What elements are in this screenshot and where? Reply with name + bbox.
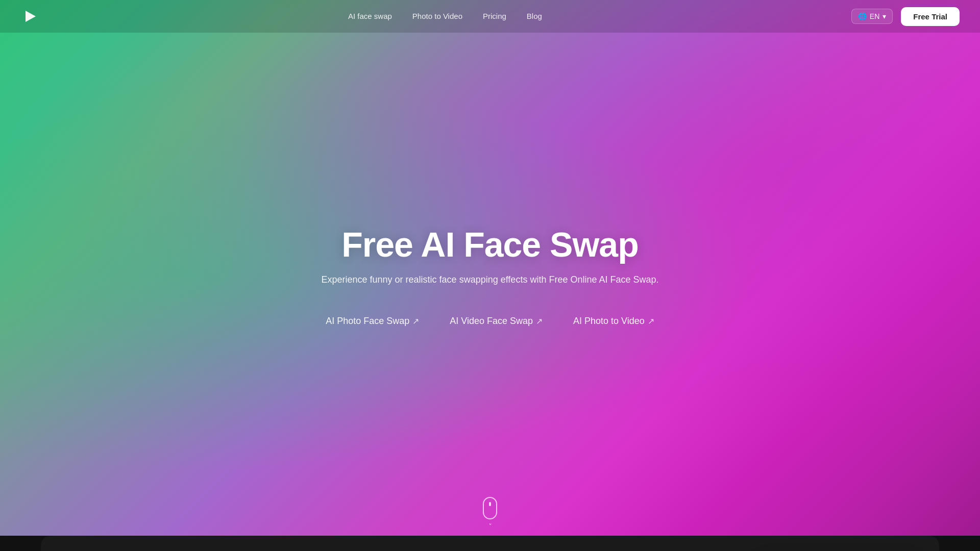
logo[interactable] bbox=[20, 7, 39, 26]
nav-pricing[interactable]: Pricing bbox=[483, 12, 506, 20]
hero-links: AI Photo Face Swap ↗ AI Video Face Swap … bbox=[322, 316, 659, 327]
chevron-down-icon: ▾ bbox=[883, 12, 886, 20]
scroll-mouse bbox=[483, 497, 497, 519]
nav-photo-to-video[interactable]: Photo to Video bbox=[412, 12, 462, 20]
language-button[interactable]: 🌐 EN ▾ bbox=[851, 9, 893, 24]
scroll-dot bbox=[489, 502, 491, 506]
lang-code: EN bbox=[870, 12, 879, 20]
scroll-chevron-icon: ˅ bbox=[488, 522, 492, 531]
globe-icon: 🌐 bbox=[858, 12, 867, 20]
content-section: AI Face Swap Our online AI Face Swap too… bbox=[41, 536, 939, 551]
nav-links: AI face swap Photo to Video Pricing Blog bbox=[348, 12, 542, 21]
navbar: AI face swap Photo to Video Pricing Blog… bbox=[0, 0, 980, 33]
nav-blog[interactable]: Blog bbox=[527, 12, 542, 20]
hero-link-photo-label: AI Photo Face Swap bbox=[326, 316, 409, 327]
hero-link-photo-face-swap[interactable]: AI Photo Face Swap ↗ bbox=[326, 316, 419, 327]
free-trial-button[interactable]: Free Trial bbox=[901, 7, 960, 26]
hero-content: Free AI Face Swap Experience funny or re… bbox=[311, 224, 669, 327]
hero-title: Free AI Face Swap bbox=[322, 224, 659, 264]
arrow-icon-p2v: ↗ bbox=[648, 316, 654, 326]
nav-ai-face-swap[interactable]: AI face swap bbox=[348, 12, 392, 20]
nav-right: 🌐 EN ▾ Free Trial bbox=[851, 7, 960, 26]
arrow-icon-video: ↗ bbox=[536, 316, 543, 326]
hero-link-video-face-swap[interactable]: AI Video Face Swap ↗ bbox=[450, 316, 543, 327]
hero-link-photo-to-video[interactable]: AI Photo to Video ↗ bbox=[573, 316, 654, 327]
hero-link-video-label: AI Video Face Swap bbox=[450, 316, 533, 327]
hero-subtitle: Experience funny or realistic face swapp… bbox=[322, 274, 659, 285]
hero-link-p2v-label: AI Photo to Video bbox=[573, 316, 645, 327]
scroll-indicator: ˅ bbox=[483, 497, 497, 531]
hero-section: Free AI Face Swap Experience funny or re… bbox=[0, 0, 980, 551]
logo-icon bbox=[20, 7, 39, 26]
arrow-icon-photo: ↗ bbox=[412, 316, 419, 326]
